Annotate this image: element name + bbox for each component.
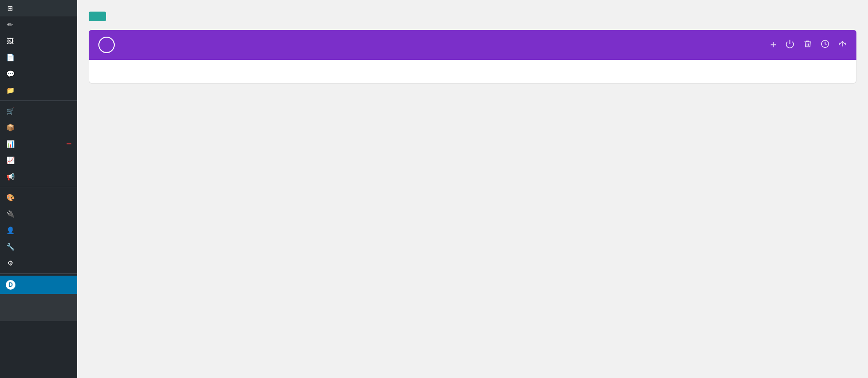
sidebar-item-posts[interactable]: ✏ [0, 16, 77, 33]
sidebar-item-payments[interactable]: 📊 [0, 136, 77, 152]
payments-badge [67, 143, 71, 144]
sidebar-item-sub-theme-builder[interactable] [0, 308, 77, 314]
plugins-icon: 🔌 [6, 210, 14, 218]
sort-icon[interactable] [838, 40, 847, 51]
sidebar-item-appearance[interactable]: 🎨 [0, 189, 77, 206]
header-actions: + [770, 39, 847, 51]
sidebar-item-settings[interactable]: ⚙ [0, 255, 77, 271]
sidebar-item-plugins[interactable]: 🔌 [0, 206, 77, 222]
sidebar-item-comments[interactable]: 💬 [0, 66, 77, 82]
sidebar-item-sub-dashboard[interactable] [0, 294, 77, 301]
main-content: + [77, 0, 868, 378]
sidebar-item-sub-theme-options[interactable] [0, 301, 77, 308]
media-icon: 🖼 [6, 37, 14, 45]
cards-container [89, 60, 856, 84]
sidebar-item-users[interactable]: 👤 [0, 222, 77, 238]
sidebar-divider-3 [0, 273, 77, 274]
add-icon[interactable]: + [770, 39, 776, 51]
sidebar-sub-menu [0, 294, 77, 321]
sidebar-item-media[interactable]: 🖼 [0, 33, 77, 49]
pages-icon: 📄 [6, 54, 14, 61]
delete-icon[interactable] [803, 40, 812, 51]
divi-icon: D [6, 280, 15, 290]
settings-icon: ⚙ [6, 259, 14, 267]
woocommerce-icon: 🛒 [6, 107, 14, 115]
sidebar-divider-2 [0, 187, 77, 187]
dashboard-icon: ⊞ [6, 4, 14, 12]
history-icon[interactable] [821, 40, 829, 51]
sidebar-item-pages[interactable]: 📄 [0, 49, 77, 66]
users-icon: 👤 [6, 226, 14, 234]
sidebar-item-marketing[interactable]: 📢 [0, 168, 77, 185]
marketing-icon: 📢 [6, 173, 14, 181]
tools-icon: 🔧 [6, 243, 14, 251]
analytics-icon: 📈 [6, 156, 14, 164]
projects-icon: 📁 [6, 86, 14, 94]
divi-logo [98, 37, 115, 53]
theme-builder-header: + [89, 30, 856, 60]
sidebar-item-analytics[interactable]: 📈 [0, 152, 77, 168]
payments-icon: 📊 [6, 140, 14, 148]
sidebar-item-divi[interactable]: D [0, 276, 77, 294]
products-icon: 📦 [6, 124, 14, 131]
sidebar-item-dashboard[interactable]: ⊞ [0, 0, 77, 16]
sidebar-item-products[interactable]: 📦 [0, 119, 77, 136]
sidebar-item-tools[interactable]: 🔧 [0, 238, 77, 255]
sidebar-item-woocommerce[interactable]: 🛒 [0, 103, 77, 119]
comments-icon: 💬 [6, 70, 14, 78]
sidebar-item-projects[interactable]: 📁 [0, 82, 77, 98]
sidebar-divider [0, 100, 77, 101]
sidebar-item-sub-theme-customizer[interactable] [0, 314, 77, 321]
top-bar [89, 10, 856, 21]
power-icon[interactable] [785, 39, 795, 51]
sidebar: ⊞ ✏ 🖼 📄 💬 📁 🛒 📦 📊 📈 📢 [0, 0, 77, 378]
appearance-icon: 🎨 [6, 194, 14, 201]
all-changes-saved-button[interactable] [89, 12, 106, 21]
posts-icon: ✏ [6, 21, 14, 28]
